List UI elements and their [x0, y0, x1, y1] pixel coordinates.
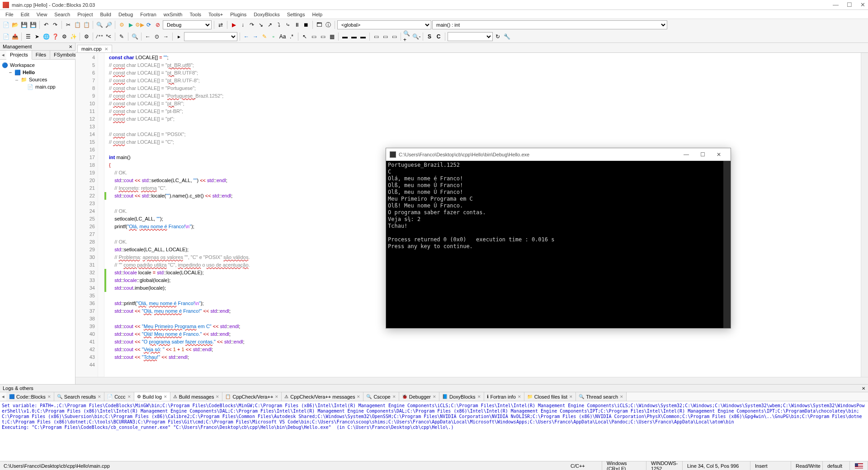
next-bookmark-icon[interactable]: → [251, 33, 259, 41]
log-tab-cppcheck-vera-[interactable]: 📋CppCheck/Vera++✕ [222, 392, 282, 401]
insert-icon[interactable]: ✎ [118, 33, 126, 41]
select-block-icon[interactable]: ▭ [310, 33, 318, 41]
minimize-button[interactable]: — [833, 1, 839, 8]
rebuild-icon[interactable]: ⟳ [145, 21, 153, 29]
cursor-icon[interactable]: ↖ [301, 33, 309, 41]
next-line-icon[interactable]: ↷ [248, 21, 256, 29]
log-tab-doxyblocks[interactable]: 📘DoxyBlocks✕ [439, 392, 484, 401]
align-left-icon[interactable]: ▬ [341, 33, 349, 41]
tab-close-icon[interactable]: ✕ [518, 395, 521, 399]
log-tab-cscope[interactable]: 🔍Cscope✕ [363, 392, 399, 401]
toggle-source-header-icon[interactable]: ⇄ [217, 21, 225, 29]
save-icon[interactable]: 💾 [20, 21, 28, 29]
comment-block-icon[interactable]: /** [95, 33, 104, 41]
doxy-line-icon[interactable]: ➤ [33, 33, 41, 41]
tab-files[interactable]: Files [32, 51, 50, 59]
open-file-icon[interactable]: 📂 [11, 21, 19, 29]
next-instr-icon[interactable]: ⤵ [275, 21, 283, 29]
menu-file[interactable]: File [2, 11, 17, 18]
logs-close-icon[interactable]: ✕ [862, 386, 865, 391]
menu-help[interactable]: Help [308, 11, 326, 18]
menu-fortran[interactable]: Fortran [137, 11, 160, 18]
log-tab-closed-files-list[interactable]: 📁Closed files list✕ [524, 392, 576, 401]
doxy-wand-icon[interactable]: ✨ [69, 33, 77, 41]
debug-info-icon[interactable]: ⓘ [324, 21, 332, 29]
refresh-icon[interactable]: ↻ [494, 33, 502, 41]
log-tab-thread-search[interactable]: 🔍Thread search✕ [576, 392, 627, 401]
find-icon[interactable]: 🔍 [95, 21, 104, 29]
tab-close-icon[interactable]: ✕ [477, 395, 481, 399]
log-tab-search-results[interactable]: 🔍Search results✕ [54, 392, 104, 401]
tree-project[interactable]: – 🟦 Hello [2, 69, 73, 76]
replace-icon[interactable]: 🔎 [104, 21, 113, 29]
menu-view[interactable]: View [33, 11, 51, 18]
log-tab-build-log[interactable]: ⚙Build log✕ [134, 392, 170, 401]
undo-icon[interactable]: ↶ [42, 21, 50, 29]
console-maximize-button[interactable]: ☐ [694, 150, 711, 160]
find-highlight-icon[interactable]: 🔍 [131, 33, 139, 41]
horizontal-scrollbar[interactable] [75, 377, 868, 384]
settings-wrench-icon[interactable]: 🔧 [503, 33, 511, 41]
console-scrollbar[interactable] [723, 161, 731, 328]
tab-close-icon[interactable]: ✕ [98, 395, 101, 399]
tab-close-icon[interactable]: ✕ [104, 47, 108, 52]
menu-wxsmith[interactable]: wxSmith [160, 11, 186, 18]
tree-file-main[interactable]: 📄 main.cpp [2, 83, 73, 90]
vertical-scrollbar[interactable] [861, 53, 868, 377]
save-all-icon[interactable]: 💾 [29, 21, 37, 29]
menu-build[interactable]: Build [96, 11, 114, 18]
zoom-out-icon[interactable]: 🔍- [412, 33, 420, 41]
abort-icon[interactable]: ⊘ [154, 21, 162, 29]
regex-icon[interactable]: .* [288, 33, 296, 41]
tab-projects[interactable]: Projects [6, 51, 32, 60]
build-target-select[interactable]: Debug [163, 20, 212, 29]
format-select[interactable] [448, 32, 493, 41]
highlight-icon[interactable]: ✎ [260, 33, 269, 41]
comment-at-icon[interactable]: *< [104, 33, 113, 41]
tab-close-icon[interactable]: ✕ [569, 395, 573, 399]
nav-back-icon[interactable]: ← [144, 33, 152, 41]
menu-plugins[interactable]: Plugins [226, 11, 250, 18]
paste-icon[interactable]: 📋 [82, 21, 90, 29]
menu-tools[interactable]: Tools [186, 11, 205, 18]
tab-nav-left-icon[interactable]: ◂ [0, 392, 6, 401]
doxy-block-icon[interactable]: ☰ [24, 33, 32, 41]
log-tab-fortran-info[interactable]: ℹFortran info✕ [484, 392, 524, 401]
tab-close-icon[interactable]: ✕ [275, 395, 278, 399]
doxy-wizard-icon[interactable]: ⚙ [60, 33, 68, 41]
cut-icon[interactable]: ✂ [64, 21, 72, 29]
build-icon[interactable]: ⚙ [118, 21, 126, 29]
console-close-button[interactable]: ✕ [711, 150, 727, 160]
step-into-icon[interactable]: ↘ [257, 21, 265, 29]
select-multi-icon[interactable]: ▦ [328, 33, 336, 41]
tab-close-icon[interactable]: ✕ [620, 395, 623, 399]
debug-windows-icon[interactable]: 🗔 [315, 21, 323, 29]
block-end-icon[interactable]: ▭ [381, 33, 389, 41]
block-start-icon[interactable]: ▭ [372, 33, 380, 41]
tree-workspace[interactable]: 🔵 Workspace [2, 61, 73, 69]
redo-icon[interactable]: ↷ [51, 21, 59, 29]
tree-folder-sources[interactable]: – 📁 Sources [2, 76, 73, 83]
tab-close-icon[interactable]: ✕ [392, 395, 396, 399]
selection-icon[interactable]: ▫ [269, 33, 278, 41]
nav-forward-icon[interactable]: ⊙ [153, 33, 161, 41]
doxy-extract-icon[interactable]: 📤 [11, 33, 19, 41]
expand-icon[interactable]: – [8, 70, 13, 75]
prev-bookmark-icon[interactable]: ← [242, 33, 250, 41]
scope-function-select[interactable]: main() : int [432, 20, 667, 29]
doxy-chm-icon[interactable]: ❓ [51, 33, 59, 41]
log-tab-code-blocks[interactable]: 🟦Code::Blocks✕ [6, 392, 54, 401]
run-icon[interactable]: ▶ [127, 21, 135, 29]
tab-close-icon[interactable]: ✕ [357, 395, 360, 399]
console-minimize-button[interactable]: — [678, 150, 694, 160]
block-toggle-icon[interactable]: ▭ [390, 33, 398, 41]
menu-settings[interactable]: Settings [283, 11, 309, 18]
source-format-c-icon[interactable]: C [434, 33, 443, 41]
log-tab-cccc[interactable]: 📄Cccc✕ [104, 392, 134, 401]
log-tab-cppcheck-vera-messages[interactable]: ⚠CppCheck/Vera++ messages✕ [282, 392, 363, 401]
align-center-icon[interactable]: ▬ [350, 33, 358, 41]
build-run-icon[interactable]: ⚙▶ [136, 21, 144, 29]
select-region-icon[interactable]: ▭ [319, 33, 327, 41]
menu-toolsplus[interactable]: Tools+ [205, 11, 226, 18]
search-input[interactable] [184, 32, 237, 41]
